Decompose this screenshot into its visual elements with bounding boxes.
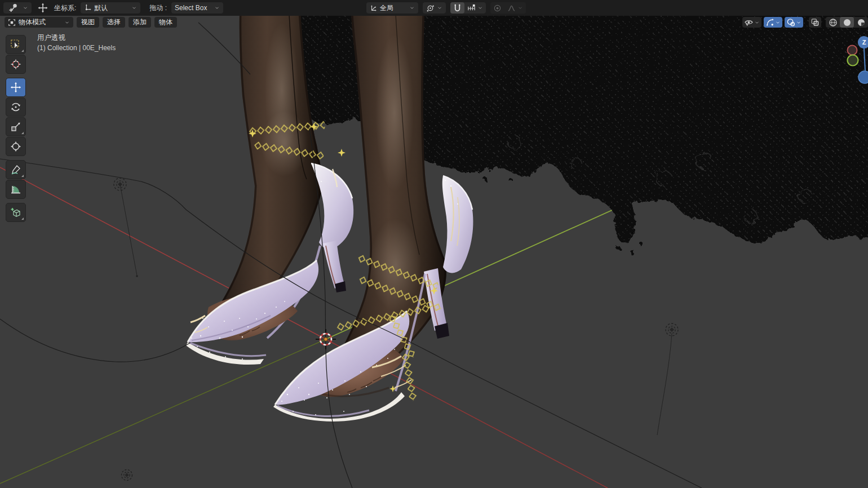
proportional-falloff-dropdown[interactable] [504, 2, 526, 14]
chevron-down-icon [23, 5, 28, 11]
interaction-mode-dropdown[interactable]: 物体模式 [5, 17, 73, 28]
orientation-dropdown[interactable]: 默认 [81, 2, 140, 14]
gizmo-neg-z-ball[interactable] [858, 71, 868, 83]
gizmo-x-axis-ball[interactable] [848, 46, 857, 55]
breadcrumb: (1) Collection | 00E_Heels [37, 43, 116, 53]
tool-measure[interactable] [6, 180, 26, 199]
tool-select-box[interactable] [6, 35, 26, 54]
chevron-down-icon [796, 20, 801, 25]
topbar: 坐标系: 默认 拖动 : Select Box 全局 [0, 0, 868, 16]
proportional-edit-toggle[interactable] [490, 2, 504, 14]
pivot-point-dropdown[interactable] [423, 2, 446, 14]
tool-annotate[interactable] [6, 160, 26, 179]
gizmos-icon [765, 18, 774, 26]
add-cube-icon [10, 207, 21, 218]
view-perspective-label: 用户透视 [37, 33, 116, 43]
proportional-edit-icon [493, 4, 502, 12]
snap-settings-dropdown[interactable] [464, 2, 486, 14]
tool-shelf [6, 35, 27, 223]
editor-type-icon [7, 2, 20, 14]
overlays-icon [786, 18, 795, 26]
menu-add[interactable]: 添加 [129, 17, 151, 28]
chevron-down-icon [775, 20, 781, 25]
chevron-down-icon [437, 5, 442, 11]
drag-value: Select Box [175, 4, 212, 12]
tool-3d-cursor[interactable] [6, 55, 26, 74]
viewport-header-right [742, 17, 868, 28]
shading-wireframe-button[interactable] [826, 17, 840, 28]
menu-view[interactable]: 视图 [77, 17, 99, 28]
blender-window: { "colors": { "accent": "#4772b3", "gold… [0, 0, 868, 488]
scale-tool-icon [10, 121, 21, 132]
active-tool-move-icon [36, 2, 50, 14]
drag-label: 拖动 : [149, 3, 167, 13]
chevron-down-icon [754, 20, 760, 25]
snap-group [450, 2, 486, 14]
mode-value: 物体模式 [19, 17, 61, 27]
transform-space-value: 全局 [380, 3, 407, 13]
menu-object[interactable]: 物体 [154, 17, 177, 28]
shading-mode-group [826, 17, 868, 28]
solid-sphere-icon [843, 18, 852, 27]
xray-icon [811, 18, 820, 26]
transform-tool-icon [10, 141, 21, 152]
orientation-label: 坐标系: [54, 3, 76, 13]
falloff-curve-icon [507, 4, 516, 12]
chevron-down-icon [64, 20, 70, 25]
chevron-down-icon [409, 5, 415, 11]
menu-select[interactable]: 选择 [103, 17, 125, 28]
viewport-header-left: 物体模式 视图 选择 添加 物体 [5, 17, 177, 28]
move-tool-icon [10, 82, 21, 93]
magnet-icon [453, 4, 462, 12]
viewport-canvas[interactable] [0, 0, 868, 488]
measure-icon [10, 184, 21, 195]
tool-transform[interactable] [6, 137, 26, 156]
snap-toggle-button[interactable] [450, 2, 464, 14]
wireframe-sphere-icon [829, 18, 838, 27]
overlays-toggle-dropdown[interactable] [785, 17, 803, 28]
annotate-pen-icon [10, 164, 21, 175]
pivot-point-icon [426, 4, 435, 12]
gizmo-axis-stem [864, 48, 865, 71]
drag-mode-dropdown[interactable]: Select Box [171, 2, 223, 14]
gizmo-z-label: Z [862, 39, 866, 46]
tool-move[interactable] [6, 78, 26, 97]
visibility-eye-icon [744, 18, 754, 26]
proportional-edit-group [490, 2, 526, 14]
cursor-tool-icon [10, 59, 21, 70]
chevron-down-icon [477, 5, 483, 11]
shading-solid-button[interactable] [840, 17, 854, 28]
object-mode-icon [8, 19, 16, 26]
chevron-down-icon [517, 5, 523, 11]
global-axes-icon [370, 4, 378, 12]
transform-orientation-dropdown[interactable]: 全局 [366, 2, 418, 14]
rotate-tool-icon [10, 101, 21, 113]
viewport-info-overlay: 用户透视 (1) Collection | 00E_Heels [37, 33, 116, 53]
navigation-gizmo[interactable]: Z [844, 32, 868, 88]
orientation-icon [84, 4, 92, 12]
editor-type-dropdown[interactable] [3, 2, 32, 14]
tool-scale[interactable] [6, 117, 26, 136]
chevron-down-icon [214, 5, 220, 11]
shading-material-button[interactable] [854, 17, 868, 28]
material-sphere-icon [857, 18, 866, 27]
orientation-value: 默认 [94, 3, 129, 13]
object-visibility-dropdown[interactable] [742, 17, 761, 28]
chevron-down-icon [131, 5, 137, 11]
tool-add-cube[interactable] [6, 203, 26, 222]
xray-toggle-button[interactable] [809, 17, 821, 28]
gizmos-toggle-dropdown[interactable] [764, 17, 782, 28]
select-box-icon [10, 39, 21, 50]
gizmo-y-axis-ball[interactable] [848, 55, 858, 66]
snap-increment-icon [467, 4, 476, 12]
tool-rotate[interactable] [6, 97, 26, 117]
